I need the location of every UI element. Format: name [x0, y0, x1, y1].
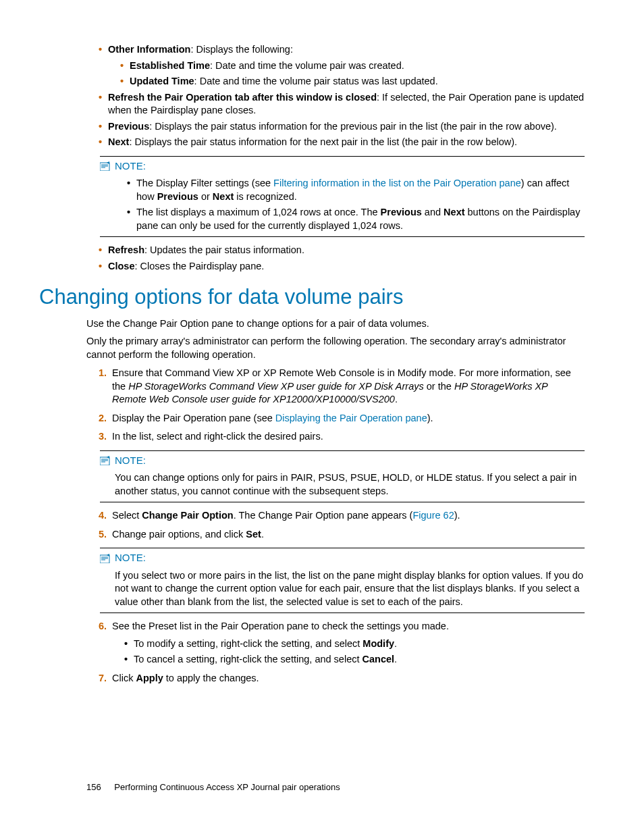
list-item: Refresh: Updates the pair status informa… — [99, 244, 585, 257]
note-body: If you select two or more pairs in the l… — [115, 569, 585, 609]
step-3: In the list, select and right-click the … — [99, 430, 585, 444]
doc-title: HP StorageWorks Command View XP user gui… — [128, 381, 424, 392]
filter-link[interactable]: Filtering information in the list on the… — [273, 178, 521, 188]
rule — [100, 502, 585, 502]
t: . — [261, 529, 264, 540]
rule — [100, 236, 585, 237]
svg-rect-2 — [100, 555, 109, 563]
t: Select — [112, 510, 142, 521]
intro-paragraph-2: Only the primary array's administrator c… — [86, 335, 585, 361]
t: or the — [424, 381, 454, 392]
t: In the list, select and right-click the … — [112, 431, 323, 442]
top-bullet-list: Other Information: Displays the followin… — [86, 43, 585, 149]
step-4: Select Change Pair Option. The Change Pa… — [99, 509, 585, 523]
t: and — [422, 207, 444, 217]
label: Established Time — [130, 60, 210, 71]
note-icon — [100, 456, 111, 465]
nested-list: To modify a setting, right-click the set… — [112, 637, 585, 667]
step-6: See the Preset list in the Pair Operatio… — [99, 620, 585, 667]
main-content: Other Information: Displays the followin… — [59, 43, 585, 685]
svg-rect-0 — [100, 163, 109, 171]
text: : Displays the pair status information f… — [129, 136, 517, 147]
pair-op-link[interactable]: Displaying the Pair Operation pane — [275, 413, 427, 423]
note-list: The Display Filter settings (see Filteri… — [115, 177, 585, 232]
t: to apply the changes. — [163, 673, 259, 683]
t: Previous — [381, 207, 422, 217]
text: : Displays the following: — [190, 44, 293, 55]
t: Display the Pair Operation pane (see — [112, 413, 275, 423]
t: The Display Filter settings (see — [136, 178, 273, 188]
t: is recognized. — [234, 191, 297, 202]
steps-list: Ensure that Command View XP or XP Remote… — [86, 367, 585, 444]
note-label: NOTE: — [115, 454, 146, 467]
note-body: You can change options only for pairs in… — [115, 471, 585, 498]
rule — [100, 548, 585, 548]
list-item: To modify a setting, right-click the set… — [124, 637, 585, 651]
t: Change Pair Option — [142, 510, 233, 521]
note-block-3: NOTE: If you select two or more pairs in… — [100, 548, 585, 613]
t: or — [198, 191, 213, 202]
list-item: To cancel a setting, right-click the set… — [124, 653, 585, 667]
note-heading: NOTE: — [100, 551, 585, 565]
t: To modify a setting, right-click the set… — [134, 638, 363, 649]
rule — [100, 156, 585, 157]
label: Previous — [108, 121, 149, 132]
t: . — [394, 638, 397, 649]
t: ). — [427, 413, 433, 423]
t: . — [395, 394, 398, 405]
note-block-2: NOTE: You can change options only for pa… — [100, 450, 585, 502]
note-heading: NOTE: — [100, 159, 585, 173]
note-label: NOTE: — [115, 159, 146, 173]
t: Set — [246, 529, 261, 540]
page-footer: 156 Performing Continuous Access XP Jour… — [86, 782, 340, 792]
note-body: The Display Filter settings (see Filteri… — [115, 177, 585, 232]
note-icon — [100, 161, 111, 171]
document-page: Other Information: Displays the followin… — [0, 0, 644, 834]
label: Updated Time — [130, 76, 194, 86]
label: Other Information — [108, 44, 190, 55]
text: : Closes the Pairdisplay pane. — [135, 261, 265, 271]
note-heading: NOTE: — [100, 454, 585, 467]
footer-title: Performing Continuous Access XP Journal … — [114, 782, 340, 792]
list-item: Established Time: Date and time the volu… — [120, 59, 585, 73]
list-item: Updated Time: Date and time the volume p… — [120, 75, 585, 88]
note-label: NOTE: — [115, 551, 146, 565]
text: : Displays the pair status information f… — [149, 121, 557, 132]
list-item: Refresh the Pair Operation tab after thi… — [99, 91, 585, 118]
svg-rect-1 — [100, 457, 109, 465]
figure-link[interactable]: Figure 62 — [412, 510, 454, 521]
note-block-1: NOTE: The Display Filter settings (see F… — [100, 156, 585, 238]
list-item: The list displays a maximum of 1,024 row… — [127, 206, 585, 232]
t: See the Preset list in the Pair Operatio… — [112, 621, 449, 631]
text: : Updates the pair status information. — [144, 244, 304, 255]
list-item: Next: Displays the pair status informati… — [99, 136, 585, 149]
t: . The Change Pair Option pane appears ( — [234, 510, 413, 521]
steps-list-cont: Select Change Pair Option. The Change Pa… — [86, 509, 585, 541]
list-item: Other Information: Displays the followin… — [99, 43, 585, 88]
t: Next — [213, 191, 234, 202]
label: Refresh the Pair Operation tab after thi… — [108, 92, 377, 103]
label: Close — [108, 261, 135, 271]
list-item: Close: Closes the Pairdisplay pane. — [99, 260, 585, 273]
intro-paragraph-1: Use the Change Pair Option pane to chang… — [86, 317, 585, 331]
t: Cancel — [363, 654, 395, 664]
text: : Date and time the volume pair status w… — [194, 76, 438, 86]
nested-list: Established Time: Date and time the volu… — [108, 59, 585, 88]
page-number: 156 — [86, 782, 101, 792]
t: Modify — [363, 638, 394, 649]
t: Click — [112, 673, 136, 683]
t: Previous — [157, 191, 198, 202]
list-item: The Display Filter settings (see Filteri… — [127, 177, 585, 203]
t: The list displays a maximum of 1,024 row… — [136, 207, 381, 217]
t: Change pair options, and click — [112, 529, 246, 540]
lower-bullet-list: Refresh: Updates the pair status informa… — [86, 244, 585, 273]
label: Next — [108, 136, 129, 147]
t: ). — [454, 510, 460, 521]
step-1: Ensure that Command View XP or XP Remote… — [99, 367, 585, 407]
rule — [100, 613, 585, 613]
note-icon — [100, 554, 111, 563]
text: : Date and time the volume pair was crea… — [210, 60, 404, 71]
t: . — [394, 654, 397, 664]
section-heading: Changing options for data volume pairs — [39, 283, 585, 311]
t: Apply — [136, 673, 163, 683]
